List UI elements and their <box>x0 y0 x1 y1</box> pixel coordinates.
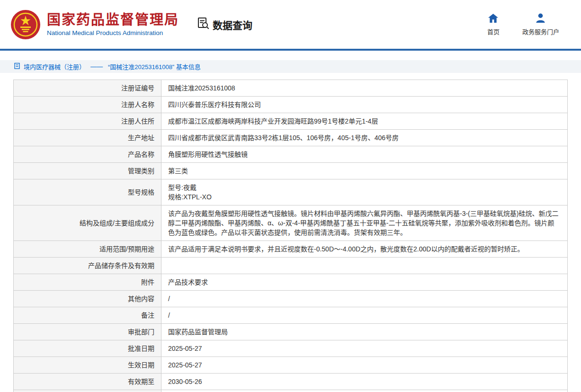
blue-divider <box>0 49 581 51</box>
home-label: 首页 <box>487 27 500 36</box>
row-value: 2030-05-26 <box>161 374 568 390</box>
breadcrumb-doc-icon <box>14 62 20 71</box>
table-row: 注册人住所 成都市温江区成都海峡两岸科技产业开发园海旺路99号1号楼2单元1-4… <box>14 113 568 130</box>
row-label: 适用范围/预期用途 <box>14 241 161 258</box>
brand-block: 国家药品监督管理局 National Medical Products Admi… <box>47 12 179 36</box>
row-value: 该产品为夜戴型角膜塑形用硬性透气接触镜。镜片材料由甲基丙烯酸六氟异丙酯、甲基丙烯… <box>161 205 568 241</box>
data-query-label: 数据查询 <box>213 18 252 32</box>
table-row: 备注 / <box>14 307 568 324</box>
org-title-cn: 国家药品监督管理局 <box>47 12 179 28</box>
home-icon <box>488 13 499 25</box>
table-row: 管理类别 第三类 <box>14 163 568 179</box>
page-header: 国家药品监督管理局 National Medical Products Admi… <box>0 0 581 49</box>
info-table: 注册证编号 国械注准20253161008 注册人名称 四川兴泰普乐医疗科技有限… <box>13 80 568 392</box>
row-label: 生效日期 <box>14 357 161 374</box>
row-label: 审批部门 <box>14 324 161 340</box>
row-label: 管理类别 <box>14 163 161 179</box>
portal-link[interactable]: 政务服务门户 <box>522 13 559 36</box>
row-label: 有效期至 <box>14 374 161 390</box>
row-value: 四川省成都市武侯区武青南路33号2栋1层105、106号房，405-1号房、40… <box>161 130 568 146</box>
table-row: 其他内容 / <box>14 291 568 307</box>
breadcrumb-current: “国械注准20253161008” 基本信息 <box>108 62 201 71</box>
table-row: 生效日期 2025-05-27 <box>14 357 568 374</box>
org-title-en: National Medical Products Administration <box>47 29 179 36</box>
row-value: 2025-05-27 <box>161 340 568 357</box>
row-value: / <box>161 291 568 307</box>
document-search-icon <box>197 17 209 32</box>
row-label: 附件 <box>14 274 161 291</box>
row-label: 注册证编号 <box>14 80 161 97</box>
table-row: 审批部门 国家药品监督管理局 <box>14 324 568 340</box>
row-label: 生产地址 <box>14 130 161 146</box>
table-container: 注册证编号 国械注准20253161008 注册人名称 四川兴泰普乐医疗科技有限… <box>13 80 568 392</box>
breadcrumb-section-link[interactable]: 境内医疗器械（注册） <box>24 62 85 71</box>
row-value <box>161 390 568 392</box>
table-row: 产品储存条件及有效期 <box>14 258 568 274</box>
row-value <box>161 258 568 274</box>
table-row: 批准日期 2025-05-27 <box>14 340 568 357</box>
table-row: 产品名称 角膜塑形用硬性透气接触镜 <box>14 146 568 163</box>
row-label: 结构及组成/主要组成成分 <box>14 205 161 241</box>
table-row: 注册人名称 四川兴泰普乐医疗科技有限公司 <box>14 97 568 113</box>
row-label: 批准日期 <box>14 340 161 357</box>
row-label: 产品储存条件及有效期 <box>14 258 161 274</box>
row-value: 国家药品监督管理局 <box>161 324 568 340</box>
row-label: 型号规格 <box>14 179 161 205</box>
row-label: 注册人住所 <box>14 113 161 130</box>
breadcrumb-separator: —— <box>90 63 103 70</box>
row-value: 第三类 <box>161 163 568 179</box>
row-label: 其他内容 <box>14 291 161 307</box>
top-nav: 首页 政务服务门户 <box>487 13 559 36</box>
table-row <box>14 390 568 392</box>
breadcrumb: 境内医疗器械（注册） —— “国械注准20253161008” 基本信息 <box>0 60 581 73</box>
row-label: 注册人名称 <box>14 97 161 113</box>
home-link[interactable]: 首页 <box>487 13 500 36</box>
row-value: 2025-05-27 <box>161 357 568 374</box>
row-label <box>14 390 161 392</box>
row-value: 成都市温江区成都海峡两岸科技产业开发园海旺路99号1号楼2单元1-4层 <box>161 113 568 130</box>
row-value: 型号:夜戴 规格:XTPL-XO <box>161 179 568 205</box>
table-row: 有效期至 2030-05-26 <box>14 374 568 390</box>
table-row: 附件 产品技术要求 <box>14 274 568 291</box>
row-value: 国械注准20253161008 <box>161 80 568 97</box>
table-row: 注册证编号 国械注准20253161008 <box>14 80 568 97</box>
row-value: 该产品适用于满足本说明书要求，并且近视度数在-0.50D～-4.00D之内，散光… <box>161 241 568 258</box>
row-value: 角膜塑形用硬性透气接触镜 <box>161 146 568 163</box>
row-value: 产品技术要求 <box>161 274 568 291</box>
row-label: 备注 <box>14 307 161 324</box>
data-query-link[interactable]: 数据查询 <box>197 17 252 32</box>
table-row: 型号规格 型号:夜戴 规格:XTPL-XO <box>14 179 568 205</box>
portal-label: 政务服务门户 <box>522 27 559 36</box>
national-emblem-icon <box>10 9 41 40</box>
user-icon <box>535 13 546 25</box>
table-row: 结构及组成/主要组成成分 该产品为夜戴型角膜塑形用硬性透气接触镜。镜片材料由甲基… <box>14 205 568 241</box>
row-value: 四川兴泰普乐医疗科技有限公司 <box>161 97 568 113</box>
table-row: 适用范围/预期用途 该产品适用于满足本说明书要求，并且近视度数在-0.50D～-… <box>14 241 568 258</box>
row-value: / <box>161 307 568 324</box>
table-row: 生产地址 四川省成都市武侯区武青南路33号2栋1层105、106号房，405-1… <box>14 130 568 146</box>
row-label: 产品名称 <box>14 146 161 163</box>
